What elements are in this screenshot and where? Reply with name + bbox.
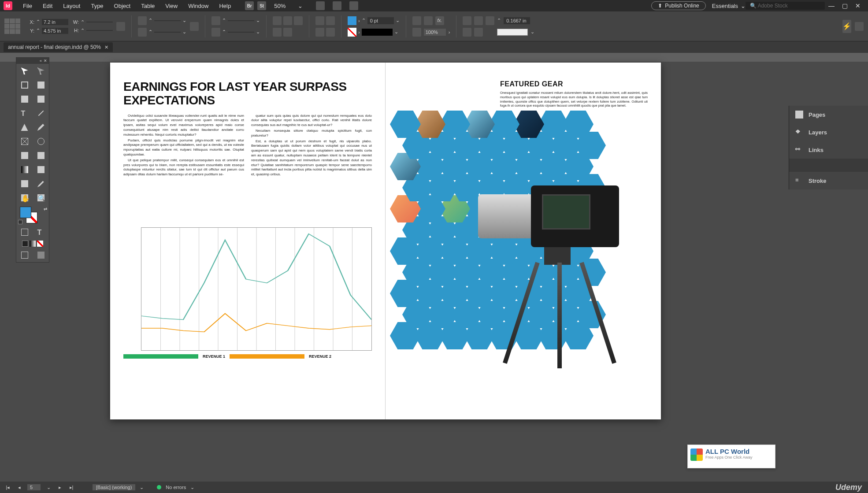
- close-panel-icon[interactable]: ✕: [44, 59, 47, 63]
- line-tool[interactable]: [33, 106, 49, 120]
- formatting-container-icon[interactable]: [16, 225, 33, 239]
- fx-icon[interactable]: fx.: [435, 16, 444, 25]
- h-stepper-icon[interactable]: ⌃: [81, 28, 85, 33]
- content-placer-tool[interactable]: [33, 92, 49, 106]
- stroke-chevron[interactable]: ›: [358, 30, 360, 35]
- preflight-dd2[interactable]: ⌄: [190, 485, 194, 490]
- w-stepper-icon[interactable]: ⌃: [81, 19, 85, 25]
- fill-stroke-colors[interactable]: ⇄: [16, 205, 49, 225]
- zoom-tool[interactable]: 🔍: [33, 191, 49, 205]
- apply-gradient-icon[interactable]: [30, 241, 36, 247]
- default-colors-icon[interactable]: [18, 220, 22, 224]
- scale-dd[interactable]: ⌄: [182, 18, 186, 23]
- h-field[interactable]: [86, 30, 113, 31]
- tab-close-icon[interactable]: ✕: [104, 44, 108, 50]
- shear-dd[interactable]: ⌄: [256, 29, 260, 35]
- pen-tool[interactable]: [16, 120, 33, 134]
- drop-shadow-icon[interactable]: [424, 16, 433, 25]
- ct-dd[interactable]: ⌄: [530, 29, 534, 35]
- rectangle-frame-tool[interactable]: [16, 134, 33, 148]
- scale-y-stepper[interactable]: ⌃: [148, 29, 152, 35]
- type-tool[interactable]: T: [16, 106, 33, 120]
- rotate-dd[interactable]: ⌄: [256, 18, 260, 23]
- menu-help[interactable]: Help: [214, 3, 236, 9]
- menu-object[interactable]: Object: [109, 3, 136, 9]
- menu-view[interactable]: View: [160, 3, 183, 9]
- fill-swatch[interactable]: [348, 16, 356, 25]
- rotate-cw-icon[interactable]: [283, 16, 292, 25]
- preview-mode-icon[interactable]: [33, 248, 49, 262]
- apply-color-icon[interactable]: [22, 241, 28, 247]
- shear-stepper[interactable]: ⌃: [222, 29, 226, 35]
- scale-y-field[interactable]: [154, 32, 181, 33]
- wrap-none-icon[interactable]: [463, 16, 471, 25]
- fill-chevron[interactable]: ›: [358, 18, 360, 23]
- preflight-dropdown[interactable]: ⌄: [140, 485, 144, 490]
- wrap-bbox-icon[interactable]: [474, 16, 483, 25]
- select-content-icon[interactable]: [326, 16, 335, 25]
- color-theme-swatch[interactable]: [497, 29, 528, 36]
- canvas[interactable]: EARNINGS FOR LAST YEAR SURPASS EXPECTATI…: [0, 53, 868, 482]
- scale-dd2[interactable]: ⌄: [182, 29, 186, 35]
- page-dropdown[interactable]: ⌄: [45, 485, 52, 490]
- minimize-button[interactable]: —: [825, 2, 838, 9]
- shear-field[interactable]: [228, 32, 254, 33]
- menu-table[interactable]: Table: [136, 3, 160, 9]
- x-stepper-icon[interactable]: ⌃: [36, 19, 40, 25]
- normal-view-icon[interactable]: [16, 248, 33, 262]
- prev-object-icon[interactable]: [315, 28, 324, 37]
- direct-selection-tool[interactable]: [33, 64, 49, 78]
- view-options-icon[interactable]: [316, 1, 325, 10]
- swap-colors-icon[interactable]: ⇄: [44, 207, 47, 211]
- y-field[interactable]: 4.575 in: [42, 28, 68, 34]
- next-page-button[interactable]: ▸: [56, 485, 63, 490]
- apply-none-icon[interactable]: [37, 241, 43, 247]
- quick-apply-icon[interactable]: ⚡: [842, 20, 851, 33]
- reference-point[interactable]: [4, 19, 20, 34]
- flip-h-icon[interactable]: [273, 28, 282, 37]
- ss-dd[interactable]: ⌄: [394, 29, 398, 35]
- stroke-weight-field[interactable]: 0 pt: [367, 17, 394, 24]
- maximize-button[interactable]: ▢: [838, 2, 851, 9]
- constrain-icon[interactable]: [116, 22, 125, 31]
- rotate-ccw-icon[interactable]: [273, 16, 282, 25]
- select-container-icon[interactable]: [315, 16, 324, 25]
- menu-type[interactable]: Type: [85, 3, 108, 9]
- lead-stepper[interactable]: ⌃: [497, 18, 501, 23]
- next-object-icon[interactable]: [326, 28, 335, 37]
- y-stepper-icon[interactable]: ⌃: [36, 28, 40, 33]
- bridge-icon[interactable]: Br: [245, 1, 254, 10]
- hand-tool[interactable]: ✋: [16, 191, 33, 205]
- document-spread[interactable]: EARNINGS FOR LAST YEAR SURPASS EXPECTATI…: [110, 63, 661, 419]
- screen-mode-icon[interactable]: [333, 1, 341, 10]
- cursor-prefs-icon[interactable]: [294, 16, 303, 25]
- close-button[interactable]: ✕: [851, 2, 864, 9]
- rotate-field[interactable]: [228, 20, 254, 21]
- page-tool[interactable]: [16, 78, 33, 92]
- workspace-switcher[interactable]: Essentials ⌄: [712, 3, 746, 9]
- publish-online-button[interactable]: ⬆ Publish Online: [651, 1, 705, 10]
- stroke-pt-stepper[interactable]: ⌃: [362, 18, 366, 23]
- content-collector-tool[interactable]: [16, 92, 33, 106]
- formatting-text-icon[interactable]: T: [33, 225, 49, 239]
- rotate-stepper[interactable]: ⌃: [222, 18, 226, 23]
- zoom-dropdown-icon[interactable]: ⌄: [298, 3, 303, 9]
- prev-page-button[interactable]: ◂: [16, 485, 23, 490]
- op-dd[interactable]: ›: [449, 30, 450, 35]
- x-field[interactable]: 7.2 in: [42, 19, 68, 25]
- collapse-icon[interactable]: «: [40, 59, 42, 63]
- first-page-button[interactable]: |◂: [4, 485, 11, 490]
- opacity-field[interactable]: 100%: [424, 29, 446, 36]
- stock-icon[interactable]: St: [257, 1, 266, 10]
- stroke-style[interactable]: [362, 29, 393, 36]
- selection-tool[interactable]: [16, 64, 33, 78]
- scale-x-stepper[interactable]: ⌃: [148, 18, 152, 23]
- menu-window[interactable]: Window: [183, 3, 214, 9]
- arrange-icon[interactable]: [349, 1, 358, 10]
- adobe-stock-search[interactable]: 🔍 Adobe Stock: [746, 2, 825, 10]
- menu-edit[interactable]: Edit: [37, 3, 58, 9]
- sw-dd[interactable]: ⌄: [396, 18, 400, 23]
- align-right-icon[interactable]: [474, 28, 483, 37]
- scissors-tool[interactable]: ✂: [16, 148, 33, 163]
- page-number-field[interactable]: 5: [27, 484, 41, 490]
